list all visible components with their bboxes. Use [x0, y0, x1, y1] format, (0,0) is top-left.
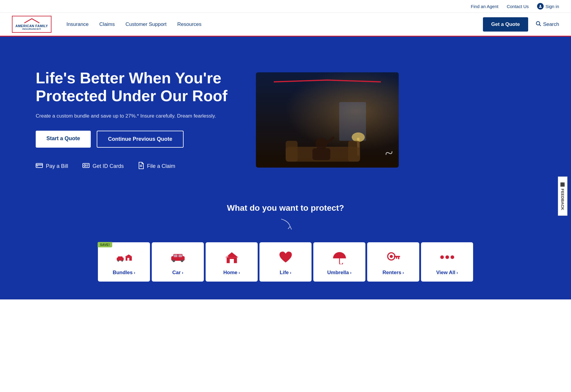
- hero-image-area: ~: [256, 72, 399, 168]
- svg-point-24: [121, 260, 123, 262]
- home-icon: [224, 249, 240, 265]
- roof-line-overlay: [271, 78, 384, 79]
- dots-icon: [439, 249, 455, 265]
- start-quote-button[interactable]: Start a Quote: [36, 131, 91, 148]
- svg-rect-5: [37, 166, 38, 166]
- chevron-icon: ›: [134, 270, 135, 275]
- svg-rect-37: [226, 255, 228, 257]
- hero-image: ~: [256, 72, 399, 168]
- chevron-icon: ›: [290, 270, 291, 275]
- main-nav: AMERICAN FAMILY INSURANCE® Insurance Cla…: [0, 13, 571, 37]
- card-home-label: Home ›: [223, 270, 240, 276]
- svg-rect-27: [127, 258, 129, 261]
- contact-us-link[interactable]: Contact Us: [507, 4, 529, 9]
- svg-point-1: [536, 21, 540, 25]
- svg-line-2: [539, 25, 541, 26]
- svg-point-30: [172, 260, 175, 262]
- search-icon: [535, 21, 541, 28]
- card-umbrella[interactable]: Umbrella ›: [313, 242, 365, 282]
- hero-buttons: Start a Quote Continue Previous Quote: [36, 131, 238, 148]
- find-agent-link[interactable]: Find an Agent: [471, 4, 498, 9]
- umbrella-icon: [332, 249, 347, 265]
- logo-reg: ®: [39, 28, 41, 30]
- card-umbrella-label: Umbrella ›: [327, 270, 351, 276]
- card-bundles[interactable]: SAVE! Bundles ›: [98, 242, 150, 282]
- card-car-label: Car ›: [172, 270, 183, 276]
- svg-rect-17: [348, 141, 360, 162]
- utility-bar: Find an Agent Contact Us Sign in: [0, 0, 571, 13]
- hero-title: Life's Better When You're Protected Unde…: [36, 69, 238, 105]
- svg-rect-3: [36, 163, 43, 168]
- scene-illustration: [274, 96, 381, 168]
- id-card-icon: [82, 163, 90, 170]
- get-id-cards-link[interactable]: Get ID Cards: [82, 162, 124, 171]
- svg-point-45: [445, 255, 449, 259]
- logo-roof-icon: [23, 18, 41, 24]
- svg-rect-36: [230, 259, 234, 263]
- nav-resources[interactable]: Resources: [177, 20, 201, 29]
- continue-quote-button[interactable]: Continue Previous Quote: [97, 131, 184, 148]
- svg-rect-33: [178, 254, 182, 257]
- protect-section: What do you want to protect? SAVE!: [0, 203, 571, 299]
- credit-card-icon: [36, 163, 43, 170]
- svg-rect-42: [398, 257, 399, 259]
- svg-rect-32: [174, 254, 177, 257]
- logo-text-main: AMERICAN FAMILY: [15, 24, 48, 28]
- svg-rect-19: [312, 148, 330, 160]
- pay-bill-link[interactable]: Pay a Bill: [36, 162, 68, 171]
- nav-insurance[interactable]: Insurance: [66, 20, 89, 29]
- arrow-decoration: [24, 218, 547, 235]
- card-renters[interactable]: Renters ›: [367, 242, 419, 282]
- file-claim-link[interactable]: File a Claim: [138, 162, 175, 171]
- chevron-icon: ›: [182, 270, 183, 275]
- card-bundles-label: Bundles ›: [113, 270, 135, 276]
- nav-claims[interactable]: Claims: [99, 20, 115, 29]
- feedback-tab-icon: ⬛: [560, 182, 565, 187]
- svg-line-20: [326, 138, 333, 144]
- key-icon: [386, 249, 401, 265]
- nav-links: Insurance Claims Customer Support Resour…: [66, 20, 483, 29]
- hero-content: Life's Better When You're Protected Unde…: [36, 69, 238, 170]
- nav-customer-support[interactable]: Customer Support: [126, 20, 167, 29]
- svg-point-23: [117, 260, 119, 262]
- person-icon: [537, 3, 544, 10]
- bundles-icon: [116, 249, 132, 265]
- logo-area[interactable]: AMERICAN FAMILY INSURANCE®: [12, 16, 51, 33]
- svg-point-7: [84, 165, 86, 166]
- card-home[interactable]: Home ›: [206, 242, 258, 282]
- search-link[interactable]: Search: [535, 21, 559, 28]
- svg-rect-16: [286, 141, 298, 162]
- protect-title: What do you want to protect?: [24, 203, 547, 213]
- hero-section: Life's Better When You're Protected Unde…: [0, 37, 571, 203]
- svg-rect-41: [394, 256, 400, 257]
- svg-point-40: [389, 255, 392, 258]
- card-car[interactable]: Car ›: [152, 242, 204, 282]
- card-life-label: Life ›: [280, 270, 291, 276]
- chevron-icon: ›: [403, 270, 404, 275]
- chevron-icon: ›: [239, 270, 240, 275]
- svg-point-0: [540, 5, 541, 6]
- cards-row: SAVE! Bundles ›: [24, 242, 547, 282]
- document-icon: [138, 162, 144, 171]
- logo-text-sub: INSURANCE®: [22, 28, 41, 30]
- car-icon: [170, 249, 186, 265]
- hero-image-frame: ~: [256, 72, 399, 168]
- svg-rect-43: [396, 257, 397, 259]
- card-life[interactable]: Life ›: [259, 242, 312, 282]
- card-view-all-label: View All ›: [436, 270, 458, 276]
- svg-marker-25: [125, 254, 132, 257]
- nav-right: Get a Quote Search: [483, 17, 559, 32]
- card-view-all[interactable]: View All ›: [421, 242, 473, 282]
- svg-point-46: [450, 255, 454, 259]
- heart-icon: [278, 249, 293, 265]
- svg-point-14: [352, 132, 365, 142]
- save-badge: SAVE!: [98, 242, 112, 247]
- svg-point-44: [440, 255, 444, 259]
- chevron-icon: ›: [456, 270, 458, 275]
- logo-box: AMERICAN FAMILY INSURANCE®: [12, 16, 51, 33]
- feedback-tab[interactable]: ⬛ FEEDBACK: [558, 176, 567, 215]
- get-a-quote-button[interactable]: Get a Quote: [483, 17, 528, 32]
- sign-in-link[interactable]: Sign in: [537, 3, 559, 10]
- chevron-icon: ›: [350, 270, 352, 275]
- svg-rect-22: [118, 256, 123, 258]
